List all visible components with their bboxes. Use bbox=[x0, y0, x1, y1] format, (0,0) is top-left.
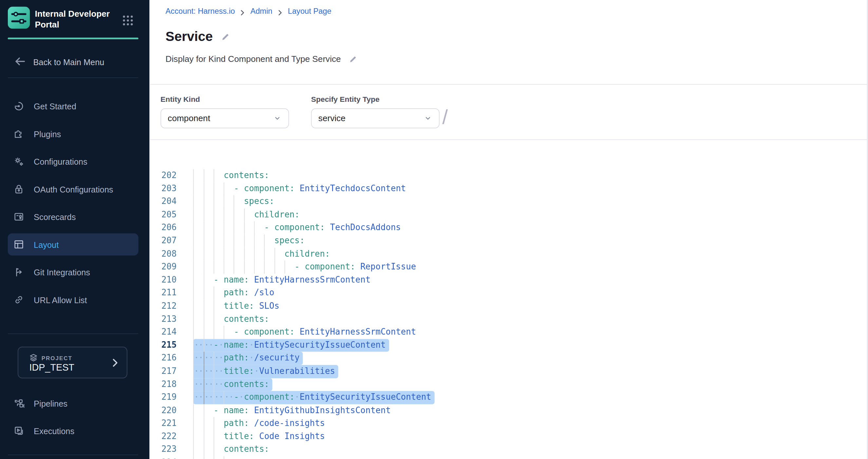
scrollbar-track[interactable] bbox=[867, 0, 868, 459]
sidebar-item-label: URL Allow List bbox=[34, 295, 87, 304]
chevron-right-icon bbox=[111, 359, 120, 367]
layout-icon bbox=[13, 239, 25, 250]
code-line-203[interactable]: 203 - component: EntityTechdocsContent bbox=[150, 183, 868, 195]
code-line-212[interactable]: 212 title: SLOs bbox=[150, 300, 868, 313]
breadcrumb: Account: Harness.ioAdminLayout Page bbox=[165, 6, 331, 15]
code-line-210[interactable]: 210 - name: EntityHarnessSrmContent bbox=[150, 274, 868, 287]
code-line-202[interactable]: 202 contents: bbox=[150, 169, 868, 183]
chevron-down-icon bbox=[424, 114, 432, 123]
git-branch-icon bbox=[13, 266, 25, 277]
entity-kind-label: Entity Kind bbox=[160, 95, 200, 103]
executions-icon bbox=[13, 425, 25, 436]
sidebar-item-pipelines[interactable]: Pipelines bbox=[0, 389, 149, 417]
code-line-208[interactable]: 208 children: bbox=[150, 248, 868, 261]
sidebar-item-label: Executions bbox=[34, 426, 74, 435]
code-line-211[interactable]: 211 path: /slo bbox=[150, 287, 868, 300]
entity-kind-dropdown[interactable]: component bbox=[160, 108, 289, 128]
sidebar-item-label: Get Started bbox=[34, 101, 76, 111]
code-line-219[interactable]: 219 ········-·component:·EntitySecurityI… bbox=[150, 391, 868, 404]
project-name: IDP_TEST bbox=[29, 362, 74, 373]
project-selector[interactable]: PROJECT IDP_TEST bbox=[18, 347, 127, 378]
sidebar-item-oauth-configurations[interactable]: OAuth Configurations bbox=[0, 175, 149, 203]
selection-highlight: ······title:·Vulnerabilities bbox=[193, 365, 338, 378]
code-line-215[interactable]: 215 ····-·name:·EntitySecurityIssueConte… bbox=[150, 339, 868, 352]
line-number: 220 bbox=[150, 404, 177, 417]
kind-type-separator: / bbox=[442, 106, 448, 129]
get-started-icon bbox=[13, 100, 25, 112]
code-line-206[interactable]: 206 - component: TechDocsAddons bbox=[150, 221, 868, 234]
sidebar-item-get-started[interactable]: Get Started bbox=[0, 92, 149, 120]
sidebar-item-layout[interactable]: Layout bbox=[8, 233, 138, 256]
sidebar-item-label: Scorecards bbox=[34, 212, 76, 222]
sidebar-item-executions[interactable]: Executions bbox=[0, 417, 149, 445]
back-to-main-menu[interactable]: Back to Main Menu bbox=[14, 55, 104, 69]
yaml-editor[interactable]: 202 contents:203 - component: EntityTech… bbox=[150, 169, 868, 459]
entity-type-dropdown[interactable]: service bbox=[311, 108, 440, 128]
line-number: 214 bbox=[150, 326, 177, 339]
code-line-223[interactable]: 223 contents: bbox=[150, 443, 868, 456]
selection-highlight: ······contents: bbox=[193, 378, 273, 391]
code-line-209[interactable]: 209 - component: ReportIssue bbox=[150, 261, 868, 274]
sidebar-item-plugins[interactable]: Plugins bbox=[0, 120, 149, 147]
code-line-213[interactable]: 213 contents: bbox=[150, 313, 868, 326]
code-line-220[interactable]: 220 - name: EntityGithubInsightsContent bbox=[150, 404, 868, 417]
sidebar-item-label: Configurations bbox=[34, 157, 87, 166]
code-line-205[interactable]: 205 children: bbox=[150, 208, 868, 221]
chevron-right-icon bbox=[240, 8, 245, 14]
line-number: 202 bbox=[150, 169, 177, 183]
code-line-214[interactable]: 214 - component: EntityHarnessSrmContent bbox=[150, 326, 868, 339]
sidebar-item-git-integrations[interactable]: Git Integrations bbox=[0, 258, 149, 286]
entity-kind-value: component bbox=[168, 113, 273, 123]
line-number: 211 bbox=[150, 287, 177, 300]
sidebar-item-url-allow-list[interactable]: URL Allow List bbox=[0, 286, 149, 313]
apps-grid-icon[interactable] bbox=[122, 14, 134, 27]
chevron-down-icon bbox=[273, 114, 282, 123]
project-stack-icon bbox=[29, 353, 38, 363]
app-window: Internal Developer Portal Back to Main M… bbox=[0, 0, 868, 459]
lock-icon bbox=[13, 184, 25, 195]
line-number: 221 bbox=[150, 417, 177, 430]
sidebar-item-label: Layout bbox=[34, 240, 59, 249]
line-number: 210 bbox=[150, 274, 177, 287]
code-line-217[interactable]: 217 ······title:·Vulnerabilities bbox=[150, 365, 868, 378]
breadcrumb-link[interactable]: Layout Page bbox=[288, 6, 332, 15]
selection-highlight: ········-·component:·EntitySecurityIssue… bbox=[193, 391, 434, 404]
code-line-224[interactable]: 224 bbox=[150, 456, 868, 459]
selection-highlight: ····-·name:·EntitySecurityIssueContent bbox=[193, 339, 389, 352]
back-arrow-icon bbox=[14, 57, 26, 67]
sidebar-item-configurations[interactable]: Configurations bbox=[0, 147, 149, 175]
line-number: 204 bbox=[150, 195, 177, 208]
line-number: 222 bbox=[150, 430, 177, 443]
sidebar-item-scorecards[interactable]: Scorecards bbox=[0, 203, 149, 230]
entity-type-value: service bbox=[318, 113, 424, 123]
pipelines-icon bbox=[13, 398, 25, 409]
sidebar-divider bbox=[8, 334, 138, 334]
app-title: Internal Developer Portal bbox=[35, 6, 119, 31]
edit-title-pencil-icon[interactable] bbox=[221, 32, 230, 41]
page-subtitle: Display for Kind Component and Type Serv… bbox=[165, 54, 341, 64]
breadcrumb-link[interactable]: Admin bbox=[250, 6, 272, 15]
line-number: 203 bbox=[150, 183, 177, 195]
edit-subtitle-pencil-icon[interactable] bbox=[348, 54, 358, 64]
code-line-216[interactable]: 216 ······path:·/security bbox=[150, 352, 868, 365]
plugins-icon bbox=[13, 128, 25, 139]
code-line-204[interactable]: 204 specs: bbox=[150, 195, 868, 208]
page-title: Service bbox=[165, 29, 213, 44]
line-number: 205 bbox=[150, 208, 177, 221]
main-content: Account: Harness.ioAdminLayout Page Serv… bbox=[149, 0, 868, 459]
chevron-right-icon bbox=[277, 8, 283, 14]
link-icon bbox=[13, 294, 25, 305]
project-eyebrow: PROJECT bbox=[41, 355, 72, 361]
line-number: 216 bbox=[150, 352, 177, 365]
sidebar-item-label: Plugins bbox=[34, 129, 61, 138]
sidebar-bottom-nav: PipelinesExecutions bbox=[0, 389, 149, 445]
sidebar: Internal Developer Portal Back to Main M… bbox=[0, 0, 149, 459]
code-line-221[interactable]: 221 path: /code-insights bbox=[150, 417, 868, 430]
breadcrumb-link[interactable]: Account: Harness.io bbox=[165, 6, 235, 15]
filters-divider bbox=[150, 139, 868, 140]
code-line-207[interactable]: 207 specs: bbox=[150, 234, 868, 248]
scorecard-icon bbox=[13, 211, 25, 222]
code-line-218[interactable]: 218 ······contents: bbox=[150, 378, 868, 391]
line-number: 209 bbox=[150, 261, 177, 274]
code-line-222[interactable]: 222 title: Code Insights bbox=[150, 430, 868, 443]
